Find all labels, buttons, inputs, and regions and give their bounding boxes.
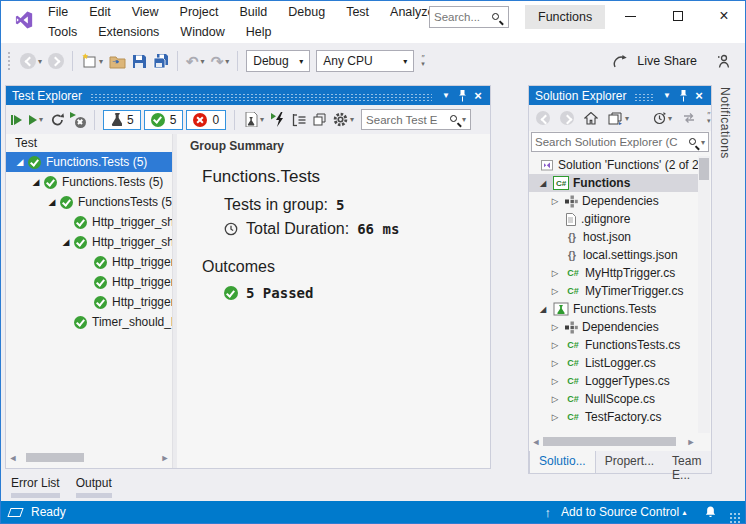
quick-launch-input[interactable] [434, 11, 490, 23]
expander-open-icon[interactable]: ◢ [60, 237, 72, 247]
total-tests-filter[interactable]: 5 [103, 110, 141, 130]
pending-changes-filter-icon[interactable]: ▾ [650, 106, 675, 130]
live-share-label[interactable]: Live Share [637, 54, 697, 68]
resize-grip[interactable] [729, 512, 740, 523]
settings-gear-icon[interactable]: ▾ [331, 109, 356, 131]
menu-help[interactable]: Help [243, 24, 275, 40]
window-position-icon[interactable]: ▼ [438, 88, 454, 104]
test-tree-row[interactable]: ◢ Functions.Tests (5) [6, 172, 172, 192]
navigate-forward-button[interactable] [45, 49, 67, 73]
menu-debug[interactable]: Debug [285, 4, 328, 20]
window-position-icon[interactable]: ▼ [659, 88, 675, 104]
file-node[interactable]: ▷ TestFactory.cs [529, 408, 698, 426]
expander-collapsed-icon[interactable]: ▷ [549, 322, 561, 332]
expander-collapsed-icon[interactable]: ▷ [549, 268, 561, 278]
test-tree-row[interactable]: Http_trigger_sho [6, 292, 172, 312]
test-column-header[interactable]: Test [6, 134, 172, 152]
redo-button[interactable]: ↷▾ [208, 49, 233, 73]
feedback-icon[interactable] [716, 54, 731, 69]
solution-platform-dropdown[interactable]: Any CPU▾ [316, 50, 414, 72]
expander-open-icon[interactable]: ◢ [46, 197, 58, 207]
passed-tests-filter[interactable]: 5 [144, 110, 184, 130]
live-share-icon[interactable] [612, 54, 628, 69]
layout-windows-icon[interactable] [311, 109, 328, 131]
menu-project[interactable]: Project [177, 4, 222, 20]
test-tree-row[interactable]: Http_trigger_sho [6, 272, 172, 292]
horizontal-scrollbar[interactable]: ◄ ► [531, 435, 696, 448]
menu-file[interactable]: File [45, 4, 71, 20]
file-node[interactable]: host.json [529, 228, 698, 246]
file-node[interactable]: ▷ MyTimerTrigger.cs [529, 282, 698, 300]
tab-team-explorer[interactable]: Team E... [663, 451, 711, 473]
run-tests-button[interactable]: ▾ [27, 109, 45, 131]
menu-tools[interactable]: Tools [45, 24, 80, 40]
test-explorer-caption[interactable]: Test Explorer ▼ × [6, 86, 490, 105]
sync-with-active-document-icon[interactable] [679, 106, 699, 130]
switch-views-icon[interactable]: ▾ [605, 106, 632, 130]
cancel-test-run-button[interactable] [70, 112, 86, 128]
expander-open-icon[interactable]: ◢ [537, 304, 549, 314]
menu-view[interactable]: View [129, 4, 162, 20]
expander-collapsed-icon[interactable]: ▷ [549, 196, 561, 206]
home-icon[interactable] [581, 106, 601, 130]
menu-window[interactable]: Window [177, 24, 227, 40]
undo-button[interactable]: ↶▾ [183, 49, 208, 73]
expander-open-icon[interactable]: ◢ [30, 177, 42, 187]
menu-extensions[interactable]: Extensions [95, 24, 162, 40]
tab-properties[interactable]: Propert... [596, 451, 663, 473]
dependencies-node[interactable]: ▷ Dependencies [529, 318, 698, 336]
save-all-button[interactable] [150, 49, 172, 73]
file-node[interactable]: ▷ ListLogger.cs [529, 354, 698, 372]
test-search-input[interactable] [366, 114, 448, 126]
repeat-last-run-button[interactable] [48, 109, 67, 131]
file-node[interactable]: ▷ LoggerTypes.cs [529, 372, 698, 390]
se-forward-button[interactable] [557, 106, 577, 130]
debug-lightning-icon[interactable] [269, 109, 287, 131]
expander-open-icon[interactable]: ◢ [537, 178, 549, 188]
background-tasks-icon[interactable] [7, 508, 23, 517]
failed-tests-filter[interactable]: 0 [186, 110, 226, 130]
expander-open-icon[interactable]: ◢ [14, 157, 26, 167]
menu-build[interactable]: Build [236, 4, 270, 20]
test-explorer-search[interactable]: ▾ [361, 109, 471, 130]
maximize-button[interactable] [659, 1, 697, 31]
project-node[interactable]: ◢ Functions [529, 174, 698, 192]
test-tree-row[interactable]: Timer_should_log_ [6, 312, 172, 332]
se-back-button[interactable] [533, 106, 553, 130]
toolbar-overflow-button[interactable]: ″▾ [421, 56, 425, 66]
solution-explorer-caption[interactable]: Solution Explorer ▼ × [529, 86, 711, 105]
navigate-back-button[interactable]: ▾ [17, 49, 45, 73]
test-tree-row[interactable]: ◢ Functions.Tests (5) [6, 152, 172, 172]
expander-collapsed-icon[interactable]: ▷ [549, 394, 561, 404]
test-project-node[interactable]: ◢ Functions.Tests [529, 300, 698, 318]
notifications-tab[interactable]: Notifications [718, 87, 732, 159]
expander-collapsed-icon[interactable]: ▷ [549, 412, 561, 422]
run-all-tests-button[interactable] [9, 109, 24, 131]
drag-handle[interactable] [90, 93, 432, 101]
expander-collapsed-icon[interactable]: ▷ [549, 376, 561, 386]
playlist-button[interactable]: ▾ [243, 109, 266, 131]
menu-test[interactable]: Test [343, 4, 372, 20]
pin-icon[interactable] [675, 88, 691, 104]
dependencies-node[interactable]: ▷ Dependencies [529, 192, 698, 210]
tab-output[interactable]: Output [76, 476, 112, 498]
test-tree-row[interactable]: Http_trigger_sho [6, 252, 172, 272]
solution-configuration-dropdown[interactable]: Debug▾ [246, 50, 310, 72]
open-file-button[interactable] [106, 49, 129, 73]
scroll-left-arrow-icon[interactable]: ◄ [8, 453, 18, 463]
close-button[interactable]: × [705, 1, 743, 31]
se-toolbar-overflow-button[interactable]: ″▾ [707, 113, 711, 123]
save-button[interactable] [129, 49, 150, 73]
vertical-scrollbar[interactable] [698, 156, 710, 433]
expander-collapsed-icon[interactable]: ▷ [549, 358, 561, 368]
test-tree-row[interactable]: ◢ FunctionsTests (5) [6, 192, 172, 212]
bell-icon[interactable] [704, 505, 717, 519]
file-node[interactable]: local.settings.json [529, 246, 698, 264]
scroll-right-arrow-icon[interactable]: ► [160, 453, 170, 463]
menu-edit[interactable]: Edit [86, 4, 114, 20]
file-node[interactable]: ▷ MyHttpTrigger.cs [529, 264, 698, 282]
expander-collapsed-icon[interactable]: ▷ [549, 286, 561, 296]
drag-handle[interactable] [634, 93, 653, 101]
toolbar-grip[interactable] [7, 51, 11, 71]
file-node[interactable]: ▷ FunctionsTests.cs [529, 336, 698, 354]
